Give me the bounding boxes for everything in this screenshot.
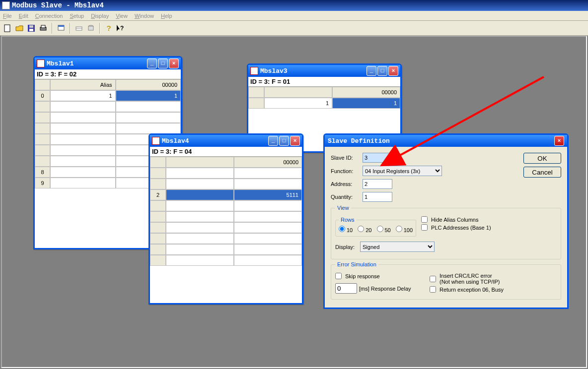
window-titlebar[interactable]: Mbslav4 _ □ × xyxy=(150,135,302,147)
insert-crc-checkbox[interactable] xyxy=(430,276,436,282)
display-select[interactable]: Signed xyxy=(360,242,435,252)
dialog-titlebar[interactable]: Slave Definition × xyxy=(325,135,567,147)
table-row xyxy=(150,179,302,189)
rows-50-radio[interactable]: 50 xyxy=(377,226,391,233)
plc-addresses-label: PLC Addresses (Base 1) xyxy=(431,225,491,231)
svg-rect-2 xyxy=(29,29,33,31)
response-delay-input[interactable] xyxy=(335,283,357,294)
svg-rect-11 xyxy=(88,26,93,30)
rows-legend: Rows xyxy=(339,217,357,223)
view-legend: View xyxy=(335,205,351,211)
window-icon[interactable] xyxy=(57,24,66,33)
print-icon[interactable] xyxy=(39,24,48,33)
maximize-button[interactable]: □ xyxy=(279,136,289,146)
slave-id-label: Slave ID: xyxy=(331,155,363,161)
open-icon[interactable] xyxy=(15,24,24,33)
maximize-button[interactable]: □ xyxy=(158,59,168,68)
window-status: ID = 3: F = 04 xyxy=(150,147,302,157)
minimize-button[interactable]: _ xyxy=(268,136,278,146)
hide-alias-label: Hide Alias Columns xyxy=(431,217,478,223)
address-input[interactable] xyxy=(363,179,392,189)
close-button[interactable]: × xyxy=(290,136,300,146)
table-row xyxy=(150,255,302,266)
rows-100-radio[interactable]: 100 xyxy=(396,226,413,233)
menubar: File Edit Connection Setup Display View … xyxy=(0,11,588,21)
menu-connection[interactable]: Connection xyxy=(35,13,63,19)
maximize-button[interactable]: □ xyxy=(377,66,387,76)
table-row xyxy=(35,101,181,112)
col-value[interactable]: 00000 xyxy=(234,157,302,168)
menu-setup[interactable]: Setup xyxy=(70,13,84,19)
mdi-workspace: Mbslav1 _ □ × ID = 3: F = 02 Alias00000 … xyxy=(1,36,587,368)
table-row xyxy=(150,233,302,244)
register-grid[interactable]: 00000 11 xyxy=(248,87,400,109)
cylinder-icon[interactable] xyxy=(86,24,95,33)
mdi-window-mbslav4[interactable]: Mbslav4 _ □ × ID = 3: F = 04 00000 25111 xyxy=(148,133,303,305)
table-row: 011 xyxy=(35,90,181,101)
table-row: 25111 xyxy=(150,189,302,200)
plc-addresses-checkbox[interactable] xyxy=(421,224,428,231)
function-select[interactable]: 04 Input Registers (3x) xyxy=(363,166,442,176)
skip-response-checkbox[interactable] xyxy=(335,273,342,279)
close-button[interactable]: × xyxy=(388,66,398,76)
doc-icon xyxy=(37,60,45,67)
svg-rect-0 xyxy=(4,25,10,32)
window-title: Mbslav4 xyxy=(162,137,189,145)
menu-view[interactable]: View xyxy=(116,13,128,19)
close-button[interactable]: × xyxy=(169,59,179,68)
error-simulation-group: Error Simulation Skip response [ms] Resp… xyxy=(331,261,561,300)
col-alias[interactable]: Alias xyxy=(50,79,115,90)
doc-icon xyxy=(250,67,258,75)
ok-button[interactable]: OK xyxy=(523,153,561,164)
menu-help[interactable]: Help xyxy=(161,13,172,19)
table-row xyxy=(150,200,302,211)
table-row xyxy=(35,123,181,134)
hide-alias-checkbox[interactable] xyxy=(421,216,428,223)
context-help-icon[interactable]: ? xyxy=(116,24,125,33)
selected-cell[interactable]: 1 xyxy=(332,98,400,109)
insert-crc-label: Insert CRC/LRC error(Not when using TCP/… xyxy=(440,273,500,285)
menu-display[interactable]: Display xyxy=(91,13,109,19)
app-icon xyxy=(2,1,10,9)
slave-definition-dialog[interactable]: Slave Definition × OK Cancel Slave ID: F… xyxy=(323,133,569,309)
col-value[interactable]: 00000 xyxy=(332,87,400,98)
col-value[interactable]: 00000 xyxy=(116,79,181,90)
return-exception-checkbox[interactable] xyxy=(430,286,436,293)
rows-20-radio[interactable]: 20 xyxy=(358,226,371,233)
menu-file[interactable]: File xyxy=(3,13,12,19)
save-icon[interactable] xyxy=(27,24,36,33)
device-icon[interactable] xyxy=(74,24,83,33)
menu-edit[interactable]: Edit xyxy=(19,13,28,19)
cancel-button[interactable]: Cancel xyxy=(523,167,561,178)
function-label: Function: xyxy=(331,168,363,174)
minimize-button[interactable]: _ xyxy=(367,66,376,76)
display-label: Display: xyxy=(335,244,360,250)
rows-10-radio[interactable]: 10 xyxy=(339,226,353,233)
table-row xyxy=(150,222,302,233)
dialog-close-button[interactable]: × xyxy=(554,136,564,146)
svg-rect-3 xyxy=(29,25,33,28)
error-legend: Error Simulation xyxy=(335,261,378,267)
new-icon[interactable] xyxy=(3,24,12,33)
help-icon[interactable]: ? xyxy=(104,24,113,33)
menu-window[interactable]: Window xyxy=(135,13,154,19)
selected-cell[interactable]: 5111 xyxy=(234,189,302,200)
window-titlebar[interactable]: Mbslav3 _ □ × xyxy=(248,65,400,77)
app-title: Modbus Slave - Mbslav4 xyxy=(12,1,104,9)
window-status: ID = 3: F = 02 xyxy=(35,69,181,79)
view-group: View Rows 10 20 50 100 Hide Alias Column… xyxy=(331,205,561,259)
minimize-button[interactable]: _ xyxy=(147,59,157,68)
return-exception-label: Return exception 06, Busy xyxy=(440,287,504,293)
response-delay-label: [ms] Response Delay xyxy=(359,286,411,292)
toolbar-sep xyxy=(52,23,53,34)
quantity-label: Quantity: xyxy=(331,194,363,200)
quantity-input[interactable] xyxy=(363,192,392,202)
skip-response-label: Skip response xyxy=(345,273,380,279)
table-row: 11 xyxy=(248,98,400,109)
svg-text:?: ? xyxy=(120,25,124,32)
toolbar: ? ? xyxy=(0,21,588,36)
register-grid[interactable]: 00000 25111 xyxy=(150,157,302,266)
window-titlebar[interactable]: Mbslav1 _ □ × xyxy=(35,58,181,69)
selected-cell[interactable]: 1 xyxy=(116,90,181,101)
slave-id-input[interactable] xyxy=(363,153,392,163)
